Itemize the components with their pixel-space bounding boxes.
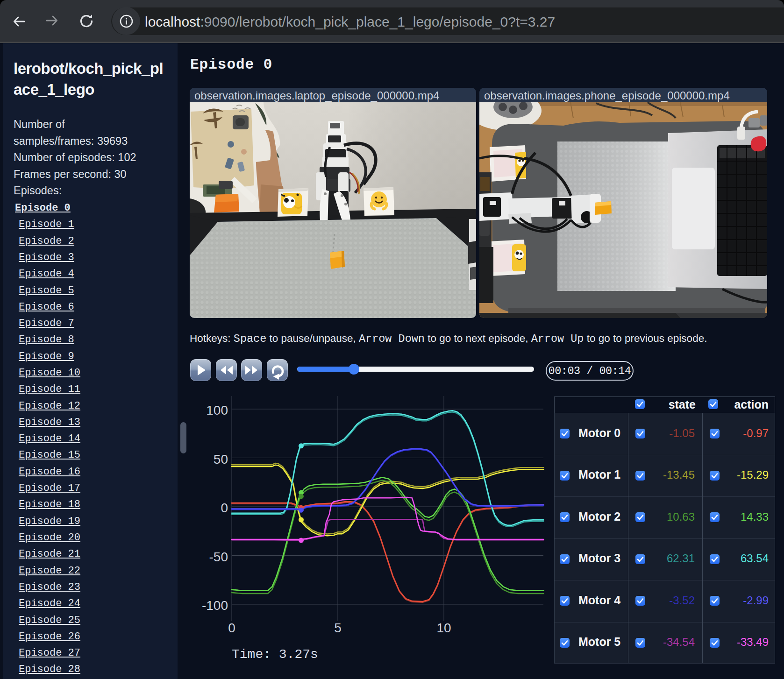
svg-text:5: 5 xyxy=(334,621,342,635)
svg-text:0: 0 xyxy=(221,501,228,515)
svg-text:-50: -50 xyxy=(209,550,228,564)
svg-text:10: 10 xyxy=(436,621,451,635)
svg-text:0: 0 xyxy=(228,621,235,635)
svg-text:Time: 3.27s: Time: 3.27s xyxy=(232,647,318,662)
svg-text:100: 100 xyxy=(206,403,228,417)
svg-text:-100: -100 xyxy=(202,598,228,613)
svg-text:50: 50 xyxy=(214,452,228,467)
